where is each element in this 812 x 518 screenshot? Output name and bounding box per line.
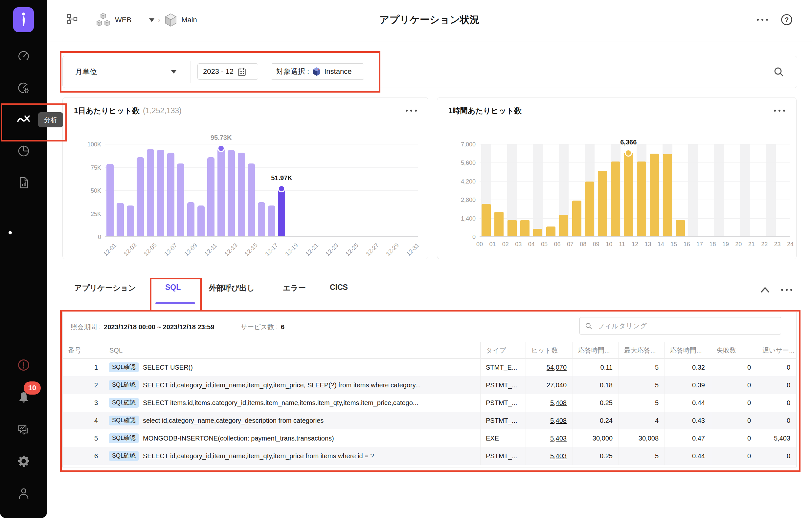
chart-bar[interactable] [258, 202, 265, 236]
sql-check-badge[interactable]: SQL確認 [109, 380, 139, 390]
cell-type: PSTMT_... [481, 412, 526, 429]
chart-bar[interactable] [520, 220, 529, 236]
chat-feedback-icon [17, 422, 31, 436]
sidebar-item-analysis[interactable] [16, 113, 31, 128]
header-more-icon[interactable] [757, 19, 768, 21]
table-row[interactable]: 5SQL確認MONGODB-INSERTONE(collection: paym… [63, 429, 796, 447]
chart-bar[interactable] [107, 164, 114, 236]
table-row[interactable]: 1SQL確認SELECT USER()STMT_E...54,0700.1150… [63, 359, 796, 376]
hits-link[interactable]: 27,040 [547, 382, 567, 389]
chart-bar[interactable] [663, 154, 672, 236]
sidebar-item-dashboard[interactable] [16, 49, 31, 64]
chart-bar[interactable] [218, 148, 225, 236]
sql-check-badge[interactable]: SQL確認 [109, 362, 139, 372]
sidebar-item-statistics[interactable] [16, 144, 31, 158]
sql-text: SELECT id,category_id,item_name,item_qty… [143, 376, 421, 394]
chart-bar[interactable] [248, 163, 255, 236]
table-row[interactable]: 3SQL確認SELECT items.id,items.category_id,… [63, 394, 796, 412]
period-select[interactable]: 月単位 [75, 56, 97, 88]
chart-bar[interactable] [177, 163, 184, 236]
chart-bar[interactable] [533, 229, 542, 236]
table-row[interactable]: 2SQL確認SELECT id,category_id,item_name,it… [63, 376, 796, 394]
target-select-value: Instance [324, 67, 351, 76]
daily-hits-more-icon[interactable] [406, 110, 417, 112]
chart-bar[interactable] [268, 206, 275, 236]
cell-type: PSTMT_... [481, 376, 526, 394]
chart-bar[interactable] [228, 150, 235, 236]
sidebar-item-alert[interactable] [16, 358, 31, 373]
tab-external-call[interactable]: 外部呼び出し [209, 283, 255, 293]
column-header-0[interactable]: 番号 [63, 342, 104, 359]
chart-bar[interactable] [650, 154, 659, 236]
section-more-icon[interactable] [781, 289, 792, 291]
table-filter-input[interactable] [597, 322, 776, 330]
alert-icon [17, 358, 31, 372]
chart-bar[interactable] [147, 149, 154, 236]
chart-bar[interactable] [137, 157, 144, 236]
column-header-3[interactable]: ヒット数 [526, 342, 573, 359]
tab-error[interactable]: エラー [283, 283, 306, 293]
column-header-1[interactable]: SQL [104, 342, 481, 359]
chart-bar[interactable] [157, 150, 164, 236]
chart-bar[interactable] [187, 202, 195, 236]
app-logo[interactable] [13, 7, 34, 32]
hourly-hits-more-icon[interactable] [774, 110, 785, 112]
column-header-4[interactable]: 応答時間... [573, 342, 619, 359]
sql-check-badge[interactable]: SQL確認 [109, 416, 139, 425]
chart-bar[interactable] [197, 206, 205, 236]
y-tick-label: 5,600 [447, 159, 476, 166]
chart-bar[interactable] [117, 203, 124, 236]
chart-bar[interactable] [546, 226, 555, 236]
column-header-2[interactable]: タイプ [481, 342, 526, 359]
column-header-8[interactable]: 遅いサー... [757, 342, 796, 359]
cell-hits: 5,403 [526, 429, 573, 447]
sidebar-item-account[interactable] [16, 486, 31, 501]
sql-text: MONGODB-INSERTONE(collection: payment_tr… [143, 429, 334, 447]
sidebar-item-feedback[interactable] [16, 422, 31, 437]
table-row[interactable]: 4SQL確認select id,category_name,category_d… [63, 412, 796, 429]
cell-sql: SQL確認select id,category_name,category_de… [104, 412, 481, 429]
chart-bar[interactable] [127, 206, 134, 236]
tab-application[interactable]: アプリケーション [74, 283, 136, 293]
chart-bar[interactable] [207, 157, 214, 236]
hits-link[interactable]: 54,070 [547, 364, 567, 371]
tab-cics[interactable]: CICS [330, 283, 348, 292]
chart-bar[interactable] [238, 153, 245, 236]
daily-hits-chart: 025K50K75K100K95.73K51.97K12-0112-0312-0… [105, 145, 418, 237]
hits-link[interactable]: 5,408 [550, 399, 567, 406]
chart-bar[interactable] [611, 161, 620, 236]
chart-bar[interactable] [494, 212, 503, 236]
help-icon[interactable]: ? [780, 13, 793, 26]
sql-check-badge[interactable]: SQL確認 [109, 451, 139, 461]
chart-bar[interactable] [637, 161, 646, 236]
sidebar-item-performance-settings[interactable] [16, 81, 31, 95]
column-header-7[interactable]: 失敗数 [711, 342, 757, 359]
chart-bar[interactable] [572, 201, 581, 236]
background-stripe [714, 145, 724, 236]
tab-sql[interactable]: SQL [165, 283, 181, 292]
sql-check-badge[interactable]: SQL確認 [109, 433, 139, 443]
date-picker-button[interactable]: 2023 - 12 [197, 63, 258, 80]
target-select-button[interactable]: 対象選択 : Instance [271, 63, 364, 80]
chart-bar[interactable] [624, 153, 633, 236]
chart-bar[interactable] [559, 215, 568, 236]
filter-search-icon[interactable] [772, 65, 785, 79]
chart-bar[interactable] [598, 171, 607, 236]
sql-check-badge[interactable]: SQL確認 [109, 398, 139, 408]
sidebar-item-report[interactable] [16, 175, 31, 190]
chart-bar[interactable] [167, 153, 174, 236]
chart-bar[interactable] [585, 182, 594, 236]
table-row[interactable]: 6SQL確認SELECT id,category_id,item_name,it… [63, 447, 796, 465]
chart-bar[interactable] [482, 204, 491, 236]
sidebar-item-settings[interactable] [16, 454, 31, 469]
collapse-section-icon[interactable] [759, 286, 771, 294]
cell-max: 30,008 [619, 429, 665, 447]
hits-link[interactable]: 5,403 [550, 435, 567, 442]
hits-link[interactable]: 5,403 [550, 452, 567, 460]
chart-bar[interactable] [676, 220, 685, 236]
column-header-6[interactable]: 応答時間... [665, 342, 711, 359]
chart-bar[interactable] [508, 220, 517, 236]
column-header-5[interactable]: 最大応答... [619, 342, 665, 359]
chart-bar[interactable] [278, 189, 285, 236]
hits-link[interactable]: 5,408 [550, 417, 567, 424]
